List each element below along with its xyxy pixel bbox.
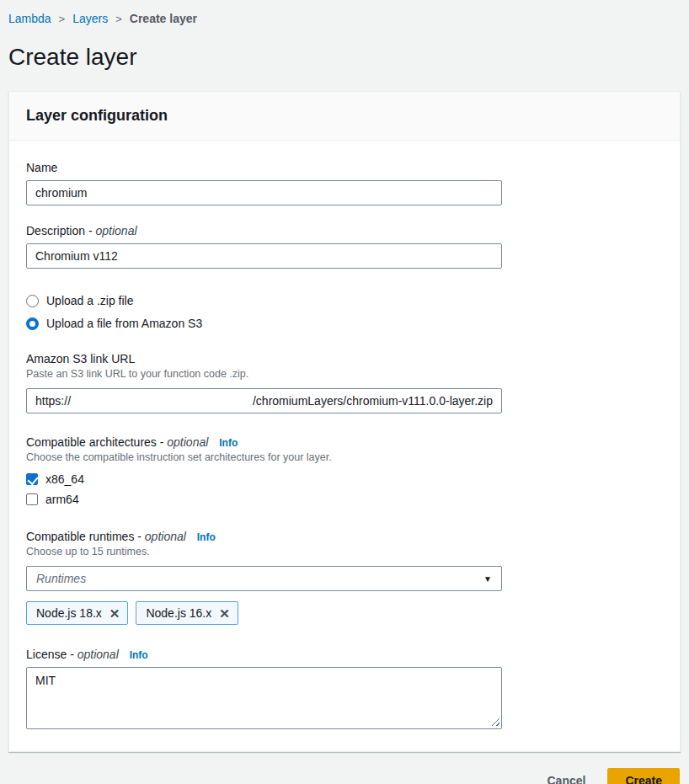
runtime-chip-nodejs-18: Node.js 18.x ✕ [26,601,128,625]
runtime-chip-nodejs-16: Node.js 16.x ✕ [136,601,238,625]
architectures-optional-text: optional [167,435,208,449]
upload-method-radio-group: Upload a .zip file Upload a file from Am… [26,294,663,330]
license-label-text: License - [26,648,74,661]
breadcrumb-lambda-link[interactable]: Lambda [8,12,51,25]
form-actions: Cancel Create [0,768,680,784]
panel-body: Name Description - optional Upload a .zi… [9,141,680,751]
runtime-chip-label: Node.js 16.x [146,606,211,620]
resize-handle-icon[interactable] [491,717,499,726]
runtimes-label: Compatible runtimes - optional Info [26,530,663,543]
description-label: Description - optional [26,224,663,237]
breadcrumb-chevron-icon: > [108,13,130,25]
radio-selected-icon[interactable] [26,317,39,330]
runtimes-select[interactable]: Runtimes ▼ [26,566,502,591]
remove-runtime-icon[interactable]: ✕ [219,607,230,620]
breadcrumb-layers-link[interactable]: Layers [72,12,108,25]
radio-upload-zip-label: Upload a .zip file [46,294,134,307]
breadcrumb-chevron-icon: > [51,13,73,25]
layer-configuration-panel: Layer configuration Name Description - o… [8,91,681,752]
description-input[interactable] [26,243,502,269]
breadcrumb-current-page: Create layer [130,12,197,25]
cancel-button[interactable]: Cancel [547,774,585,784]
checkbox-unchecked-icon[interactable] [26,493,38,505]
checkbox-arm64[interactable]: arm64 [26,493,663,506]
architectures-info-link[interactable]: Info [219,437,238,449]
description-label-text: Description - [26,224,93,237]
s3-url-field-group: Amazon S3 link URL Paste an S3 link URL … [26,352,663,413]
runtimes-label-text: Compatible runtimes - [26,530,142,543]
radio-upload-zip[interactable]: Upload a .zip file [26,294,663,307]
s3-url-description: Paste an S3 link URL to your function co… [26,368,663,380]
description-optional-text: optional [95,224,136,237]
architectures-label-text: Compatible architectures - [26,435,163,449]
s3-url-value-suffix: /chromiumLayers/chromium-v111.0.0-layer.… [253,394,493,408]
checkbox-arm64-label: arm64 [45,493,79,506]
runtime-chip-label: Node.js 18.x [36,606,102,620]
dropdown-caret-icon: ▼ [483,574,492,584]
name-label: Name [26,161,663,174]
s3-url-value-prefix: https:// [35,394,71,408]
name-input[interactable] [26,180,502,205]
s3-url-label: Amazon S3 link URL [26,352,663,365]
s3-url-input[interactable]: https:// /chromiumLayers/chromium-v111.0… [26,388,502,413]
breadcrumb: Lambda > Layers > Create layer [0,0,689,25]
radio-upload-s3-label: Upload a file from Amazon S3 [46,317,202,330]
checkbox-x86_64[interactable]: x86_64 [26,472,663,486]
runtimes-field-group: Compatible runtimes - optional Info Choo… [26,530,663,625]
create-button[interactable]: Create [607,768,680,784]
name-field-group: Name [26,161,663,205]
remove-runtime-icon[interactable]: ✕ [109,607,120,620]
runtimes-description: Choose up to 15 runtimes. [26,546,663,557]
runtimes-optional-text: optional [145,530,186,543]
license-label: License - optional Info [26,648,663,661]
license-info-link[interactable]: Info [130,649,148,661]
radio-unselected-icon[interactable] [26,295,39,307]
page-title: Create layer [8,43,689,72]
description-field-group: Description - optional [26,224,663,269]
panel-title: Layer configuration [26,107,168,124]
checkbox-checked-icon[interactable] [26,473,38,485]
checkbox-x86_64-label: x86_64 [45,472,84,486]
license-field-group: License - optional Info MIT [26,648,663,729]
runtimes-info-link[interactable]: Info [197,531,216,543]
architectures-field-group: Compatible architectures - optional Info… [26,435,663,506]
architectures-label: Compatible architectures - optional Info [26,435,663,449]
runtimes-select-placeholder: Runtimes [36,572,86,585]
license-optional-text: optional [77,648,119,661]
panel-header: Layer configuration [9,92,680,141]
selected-runtimes-list: Node.js 18.x ✕ Node.js 16.x ✕ [26,601,663,625]
radio-upload-s3[interactable]: Upload a file from Amazon S3 [26,317,663,330]
license-textarea[interactable]: MIT [26,667,502,729]
license-textarea-wrap: MIT [26,667,502,729]
architectures-description: Choose the compatible instruction set ar… [26,451,663,463]
